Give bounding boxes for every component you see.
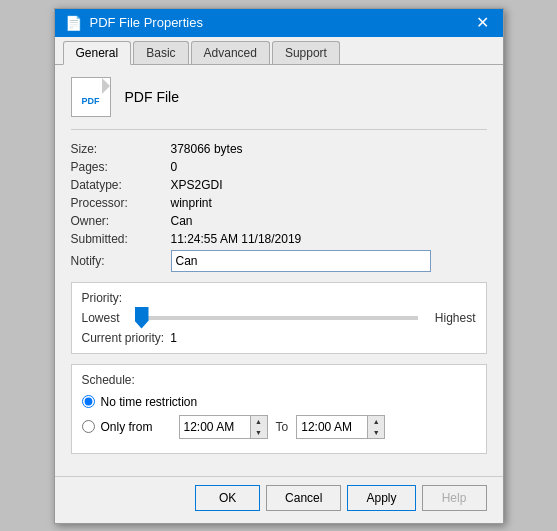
file-name: PDF File: [125, 89, 179, 105]
processor-label: Processor:: [71, 196, 171, 210]
title-bar: 📄 PDF File Properties ✕: [55, 9, 503, 37]
processor-value: winprint: [171, 196, 487, 210]
tab-support[interactable]: Support: [272, 41, 340, 64]
window-icon: 📄: [65, 15, 82, 31]
close-button[interactable]: ✕: [472, 15, 493, 31]
tab-bar: General Basic Advanced Support: [55, 37, 503, 65]
to-time-input[interactable]: [297, 416, 367, 438]
title-bar-left: 📄 PDF File Properties: [65, 15, 203, 31]
schedule-group: Schedule: No time restriction Only from …: [71, 364, 487, 454]
button-bar: OK Cancel Apply Help: [55, 476, 503, 523]
only-from-row: Only from ▲ ▼ To ▲ ▼: [82, 415, 476, 439]
ok-button[interactable]: OK: [195, 485, 260, 511]
help-button[interactable]: Help: [422, 485, 487, 511]
content-area: PDF PDF File Size: 378066 bytes Pages: 0…: [55, 65, 503, 476]
current-priority-value: 1: [170, 331, 177, 345]
owner-value: Can: [171, 214, 487, 228]
pdf-file-properties-dialog: 📄 PDF File Properties ✕ General Basic Ad…: [54, 8, 504, 524]
priority-group: Priority: Lowest Highest Current priorit…: [71, 282, 487, 354]
current-priority-row: Current priority: 1: [82, 331, 476, 345]
from-time-spinner: ▲ ▼: [250, 416, 267, 438]
submitted-value: 11:24:55 AM 11/18/2019: [171, 232, 487, 246]
cancel-button[interactable]: Cancel: [266, 485, 341, 511]
from-time-input[interactable]: [180, 416, 250, 438]
submitted-label: Submitted:: [71, 232, 171, 246]
from-time-up-button[interactable]: ▲: [251, 416, 267, 427]
notify-input[interactable]: [171, 250, 431, 272]
priority-label: Priority:: [82, 291, 476, 305]
pages-label: Pages:: [71, 160, 171, 174]
only-from-label: Only from: [101, 420, 153, 434]
datatype-label: Datatype:: [71, 178, 171, 192]
size-value: 378066 bytes: [171, 142, 487, 156]
to-time-up-button[interactable]: ▲: [368, 416, 384, 427]
priority-slider[interactable]: [135, 316, 418, 320]
current-priority-label: Current priority:: [82, 331, 165, 345]
no-restriction-radio[interactable]: [82, 395, 95, 408]
from-time-down-button[interactable]: ▼: [251, 427, 267, 438]
pages-value: 0: [171, 160, 487, 174]
priority-row: Lowest Highest: [82, 311, 476, 325]
file-icon: PDF: [71, 77, 111, 117]
only-from-radio[interactable]: [82, 420, 95, 433]
no-restriction-row: No time restriction: [82, 395, 476, 409]
owner-label: Owner:: [71, 214, 171, 228]
file-header: PDF PDF File: [71, 77, 487, 130]
size-label: Size:: [71, 142, 171, 156]
priority-highest-label: Highest: [426, 311, 476, 325]
to-time-spinner: ▲ ▼: [367, 416, 384, 438]
to-time-down-button[interactable]: ▼: [368, 427, 384, 438]
tab-basic[interactable]: Basic: [133, 41, 188, 64]
tab-advanced[interactable]: Advanced: [191, 41, 270, 64]
to-time-group: ▲ ▼: [296, 415, 385, 439]
properties-grid: Size: 378066 bytes Pages: 0 Datatype: XP…: [71, 142, 487, 272]
no-restriction-label: No time restriction: [101, 395, 198, 409]
apply-button[interactable]: Apply: [347, 485, 415, 511]
notify-label: Notify:: [71, 250, 171, 272]
to-label: To: [276, 420, 289, 434]
window-title: PDF File Properties: [90, 15, 203, 30]
schedule-label: Schedule:: [82, 373, 476, 387]
from-time-group: ▲ ▼: [179, 415, 268, 439]
priority-lowest-label: Lowest: [82, 311, 127, 325]
time-row: ▲ ▼ To ▲ ▼: [179, 415, 386, 439]
tab-general[interactable]: General: [63, 41, 132, 65]
datatype-value: XPS2GDI: [171, 178, 487, 192]
